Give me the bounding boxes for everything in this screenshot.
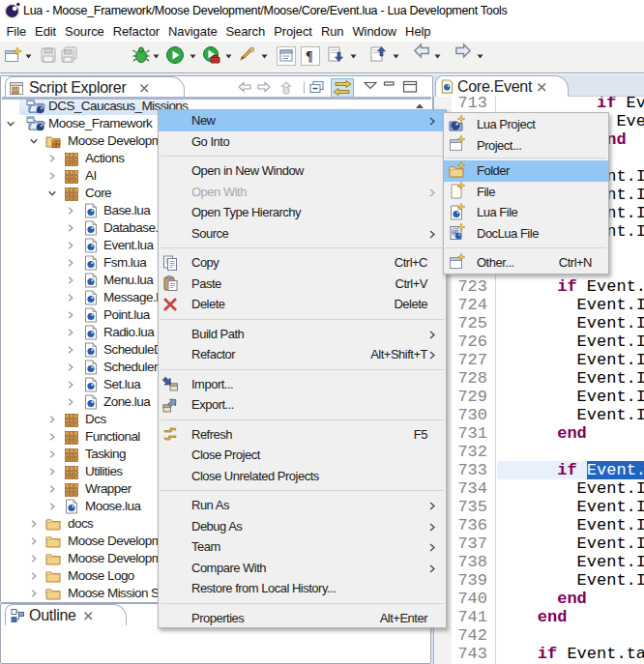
svg-text:¶: ¶: [306, 49, 313, 64]
